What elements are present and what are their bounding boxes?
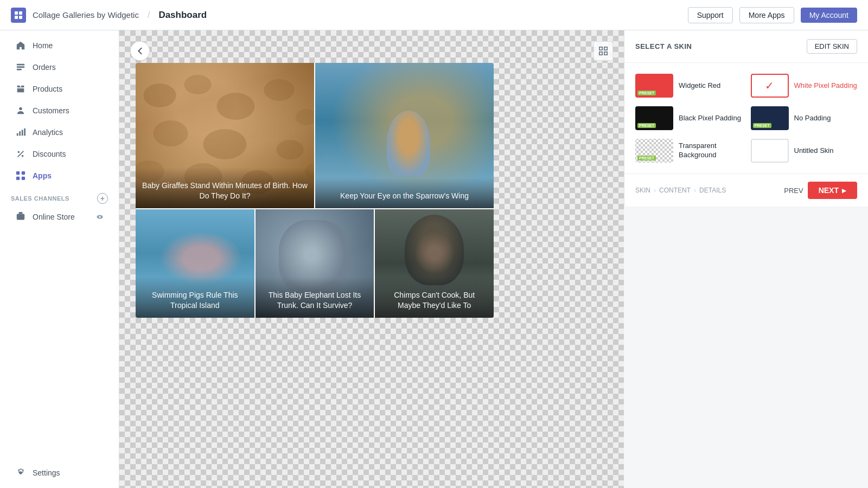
skin-item-white-pixel-padding[interactable]: ✓ White Pixel Padding (751, 74, 858, 98)
breadcrumb: SKIN › CONTENT › DETAILS (635, 187, 726, 194)
online-store-icon (15, 211, 26, 222)
apps-label: Apps (33, 171, 52, 180)
skin-label-no-padding: No Padding (794, 114, 831, 123)
svg-point-30 (264, 79, 295, 101)
skin-thumb-white-pixel-padding: ✓ (751, 74, 789, 98)
svg-rect-18 (22, 177, 25, 180)
skins-grid: PRESET Widgetic Red ✓ White Pixel Paddin… (624, 63, 868, 174)
sidebar: Home Orders Products Customers Analytics (0, 30, 119, 488)
online-store-eye-icon (96, 213, 104, 221)
svg-point-33 (203, 129, 247, 159)
gallery-caption-chimp: Chimps Can't Cook, But Maybe They'd Like… (375, 277, 494, 318)
footer-buttons: PREV NEXT (784, 182, 857, 199)
edit-skin-button[interactable]: EDIT SKIN (807, 39, 857, 54)
breadcrumb-content: CONTENT (659, 187, 691, 194)
apps-icon (15, 170, 26, 181)
skin-label-widgetic-red: Widgetic Red (679, 81, 720, 91)
svg-rect-5 (17, 66, 24, 68)
skin-item-black-pixel-padding[interactable]: PRESET Black Pixel Padding (635, 106, 742, 130)
analytics-label: Analytics (33, 128, 63, 137)
orders-icon (15, 62, 26, 73)
sidebar-item-apps[interactable]: Apps (4, 165, 114, 187)
next-button[interactable]: NEXT (808, 182, 857, 199)
gallery-item-bird[interactable]: Keep Your Eye on the Sparrow's Wing (315, 63, 494, 208)
gallery-item-pig[interactable]: Swimming Pigs Rule This Tropical Island (136, 209, 254, 318)
svg-rect-15 (16, 171, 20, 175)
orders-label: Orders (33, 63, 56, 72)
svg-rect-8 (17, 133, 18, 136)
svg-point-34 (277, 140, 304, 159)
sidebar-item-products[interactable]: Products (4, 78, 114, 100)
sidebar-item-analytics[interactable]: Analytics (4, 121, 114, 143)
more-apps-button[interactable]: More Apps (739, 7, 794, 23)
svg-rect-19 (17, 214, 24, 220)
svg-rect-17 (16, 177, 20, 180)
gallery-caption-bird: Keep Your Eye on the Sparrow's Wing (315, 178, 494, 208)
gallery-grid: Baby Giraffes Stand Within Minutes of Bi… (136, 63, 494, 318)
panel-footer: SKIN › CONTENT › DETAILS PREV NEXT (624, 174, 868, 207)
analytics-icon (15, 127, 26, 138)
svg-rect-11 (24, 129, 25, 136)
sidebar-item-customers[interactable]: Customers (4, 100, 114, 121)
skin-item-no-padding[interactable]: PRESET No Padding (751, 106, 858, 130)
svg-rect-3 (19, 16, 22, 19)
breadcrumb-skin: SKIN (635, 187, 650, 194)
skin-item-untitled[interactable]: Untitled Skin (751, 139, 858, 163)
preset-badge: PRESET (637, 91, 656, 95)
svg-rect-1 (19, 11, 22, 15)
skin-thumb-untitled (751, 139, 789, 163)
svg-rect-24 (604, 47, 607, 50)
gallery-caption-giraffe: Baby Giraffes Stand Within Minutes of Bi… (136, 168, 314, 208)
sidebar-item-discounts[interactable]: Discounts (4, 143, 114, 165)
home-icon (15, 40, 26, 51)
gallery-item-chimp[interactable]: Chimps Can't Cook, But Maybe They'd Like… (375, 209, 494, 318)
back-button[interactable] (130, 41, 150, 61)
add-channel-button[interactable]: + (97, 193, 108, 204)
skin-thumb-transparent: PRESET (635, 139, 673, 163)
svg-rect-26 (604, 52, 607, 55)
discounts-label: Discounts (33, 150, 66, 158)
prev-button[interactable]: PREV (784, 187, 803, 195)
sidebar-item-orders[interactable]: Orders (4, 56, 114, 78)
skin-item-widgetic-red[interactable]: PRESET Widgetic Red (635, 74, 742, 98)
gallery-item-giraffe[interactable]: Baby Giraffes Stand Within Minutes of Bi… (136, 63, 314, 208)
skin-thumb-black-pixel-padding: PRESET (635, 106, 673, 130)
preset-badge-dark: PRESET (753, 123, 771, 128)
gallery-caption-pig: Swimming Pigs Rule This Tropical Island (136, 277, 254, 318)
svg-rect-23 (599, 47, 602, 50)
sidebar-item-home[interactable]: Home (4, 35, 114, 56)
preset-badge-transparent: PRESET (637, 156, 656, 160)
skin-label-untitled: Untitled Skin (794, 146, 834, 156)
support-button[interactable]: Support (688, 7, 733, 23)
skin-item-transparent[interactable]: PRESET Transparent Background (635, 139, 742, 163)
breadcrumb-details: DETAILS (699, 187, 726, 194)
sidebar-item-online-store[interactable]: Online Store (4, 206, 114, 228)
svg-point-28 (184, 75, 212, 94)
skin-thumb-widgetic-red: PRESET (635, 74, 673, 98)
bc-sep-1: › (654, 187, 656, 194)
svg-point-29 (217, 93, 255, 120)
canvas-area: Baby Giraffes Stand Within Minutes of Bi… (119, 30, 624, 488)
right-panel: SELECT A SKIN EDIT SKIN PRESET Widgetic … (624, 30, 868, 207)
sales-channels-label: Sales Channels (11, 195, 69, 202)
layout: Home Orders Products Customers Analytics (0, 30, 868, 488)
expand-button[interactable] (593, 41, 613, 61)
gallery-caption-elephant: This Baby Elephant Lost Its Trunk. Can I… (256, 277, 374, 318)
separator: / (148, 10, 150, 20)
main-content: Baby Giraffes Stand Within Minutes of Bi… (119, 30, 868, 488)
svg-point-7 (19, 107, 22, 110)
svg-rect-2 (15, 16, 18, 19)
brand-title: Collage Galleries by Widgetic (33, 10, 139, 20)
svg-rect-4 (17, 64, 24, 66)
account-button[interactable]: My Account (801, 8, 857, 23)
skin-label-black-pixel-padding: Black Pixel Padding (679, 114, 741, 123)
svg-point-31 (296, 109, 315, 125)
sidebar-item-settings[interactable]: Settings (4, 462, 114, 484)
skin-label-transparent: Transparent Background (679, 142, 742, 160)
skin-label-white-pixel-padding: White Pixel Padding (794, 81, 857, 91)
svg-rect-6 (17, 69, 22, 70)
settings-label: Settings (33, 468, 60, 477)
skin-thumb-no-padding: PRESET (751, 106, 789, 130)
svg-rect-0 (15, 11, 18, 15)
gallery-item-elephant[interactable]: This Baby Elephant Lost Its Trunk. Can I… (256, 209, 374, 318)
